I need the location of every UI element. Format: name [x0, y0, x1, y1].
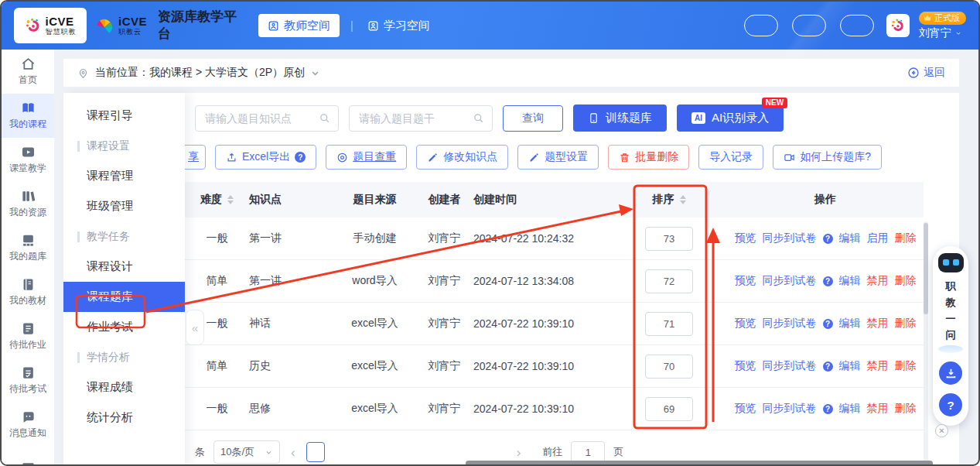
sort-icon[interactable] [680, 195, 686, 204]
col-order[interactable]: 排序 [611, 193, 727, 207]
help-button[interactable]: ? [939, 393, 962, 416]
toggle-link[interactable]: 禁用 [867, 274, 889, 288]
toggle-link[interactable]: 禁用 [867, 402, 889, 416]
page-number[interactable] [427, 442, 446, 462]
stem-search-input[interactable] [357, 111, 473, 125]
delete-link[interactable]: 删除 [895, 274, 917, 288]
help-icon[interactable]: ? [823, 404, 833, 414]
header-pill[interactable] [744, 15, 778, 36]
preview-link[interactable]: 预览 [735, 274, 756, 288]
menu-item[interactable]: 课程设置 [63, 131, 185, 161]
delete-link[interactable]: 删除 [895, 359, 917, 373]
page-size-select[interactable]: 10条/页 [213, 440, 280, 464]
sidebar-item[interactable] [2, 447, 54, 464]
sidebar-item[interactable]: 消息通知 [2, 403, 54, 447]
col-difficulty[interactable]: 难度 [185, 193, 249, 207]
header-pill[interactable] [840, 15, 874, 36]
menu-item[interactable]: 学情分析 [63, 342, 185, 372]
sidebar-item[interactable]: 我的课程 [2, 94, 54, 138]
delete-link[interactable]: 删除 [895, 317, 917, 331]
order-input[interactable] [645, 355, 693, 379]
order-input[interactable] [645, 269, 693, 293]
preview-link[interactable]: 预览 [735, 402, 756, 416]
toolbar-button[interactable]: 批量删除 [608, 145, 689, 170]
preview-link[interactable]: 预览 [735, 359, 756, 373]
page-number[interactable] [457, 442, 476, 462]
chevron-down-icon[interactable] [309, 67, 321, 79]
sidebar-item[interactable]: 课堂教学 [2, 138, 54, 182]
sidebar-item[interactable]: 待批考试 [2, 358, 54, 403]
sidebar-item[interactable]: 我的教材 [2, 270, 54, 314]
mini-logo[interactable] [886, 14, 910, 37]
toggle-link[interactable]: 启用 [867, 231, 889, 245]
sidebar-item[interactable]: 待批作业 [2, 314, 54, 358]
back-button[interactable]: 返回 [907, 66, 945, 80]
order-input[interactable] [645, 397, 693, 421]
collapse-handle[interactable]: « [186, 310, 204, 345]
delete-link[interactable]: 删除 [895, 231, 917, 245]
next-page-button[interactable]: › [514, 446, 524, 459]
edit-link[interactable]: 编辑 [839, 274, 861, 288]
header-pill[interactable] [792, 15, 826, 36]
toolbar-button[interactable]: 题目查重 [326, 145, 407, 170]
page-number[interactable] [336, 442, 355, 462]
toggle-link[interactable]: 禁用 [867, 359, 889, 373]
help-icon[interactable]: ? [823, 361, 833, 372]
page-number[interactable] [306, 442, 325, 462]
toolbar-button[interactable]: Excel导出 ? [215, 145, 316, 170]
menu-item[interactable]: 作业考试 [63, 312, 185, 342]
sort-icon[interactable] [227, 195, 234, 204]
sync-to-paper-link[interactable]: 同步到试卷 [763, 317, 817, 331]
toolbar-button[interactable]: 导入记录 [698, 145, 763, 170]
assistant-widget[interactable]: 职教一问 ? [933, 246, 968, 426]
edit-link[interactable]: 编辑 [839, 231, 861, 245]
sync-to-paper-link[interactable]: 同步到试卷 [763, 274, 817, 288]
goto-page-input[interactable] [571, 441, 605, 463]
knowledge-search-input[interactable] [203, 111, 319, 125]
breadcrumb-path[interactable]: 我的课程 > 大学语文（2P）原创 [149, 66, 305, 80]
edit-link[interactable]: 编辑 [839, 317, 861, 331]
page-number[interactable] [487, 442, 506, 462]
sync-to-paper-link[interactable]: 同步到试卷 [763, 359, 817, 373]
toolbar-button[interactable]: 修改知识点 [416, 145, 508, 170]
edit-link[interactable]: 编辑 [839, 359, 861, 373]
query-button[interactable]: 查询 [503, 105, 563, 132]
menu-item[interactable]: 课程设计 [63, 252, 185, 282]
sidebar-item[interactable]: 我的资源 [2, 182, 54, 226]
delete-link[interactable]: 删除 [895, 402, 917, 416]
help-icon[interactable]: ? [823, 234, 833, 244]
train-bank-button[interactable]: 训练题库 [573, 105, 667, 132]
nav-student-space[interactable]: 学习空间 [364, 14, 433, 37]
menu-item[interactable]: 课程引导 [63, 101, 185, 131]
ai-recognize-button[interactable]: AI AI识别录入 NEW [677, 105, 784, 132]
help-icon[interactable]: ? [823, 276, 833, 286]
nav-teacher-space[interactable]: 教师空间 [258, 14, 340, 37]
menu-item[interactable]: 班级管理 [63, 191, 185, 221]
menu-item[interactable]: 统计分析 [63, 403, 185, 433]
order-input[interactable] [645, 312, 693, 336]
edit-link[interactable]: 编辑 [839, 402, 861, 416]
sync-to-paper-link[interactable]: 同步到试卷 [763, 231, 817, 245]
download-button[interactable] [939, 361, 962, 385]
menu-item[interactable]: 课程题库 [63, 282, 185, 312]
order-input[interactable] [645, 227, 693, 251]
preview-link[interactable]: 预览 [735, 317, 756, 331]
help-icon[interactable]: ? [823, 319, 833, 329]
vertical-scrollbar[interactable] [924, 221, 928, 461]
sidebar-item[interactable]: 我的题库 [2, 226, 54, 270]
menu-item[interactable]: 教学任务 [63, 221, 185, 252]
user-menu[interactable]: 刘宵宁 [919, 26, 962, 40]
toggle-link[interactable]: 禁用 [867, 317, 889, 331]
horizontal-scrollbar[interactable] [466, 461, 933, 466]
toolbar-button[interactable]: 题型设置 [517, 145, 599, 170]
menu-item[interactable]: 课程成绩 [63, 372, 185, 403]
page-number[interactable] [367, 442, 385, 462]
page-number[interactable] [397, 442, 415, 462]
close-widget-icon[interactable]: ✕ [935, 424, 948, 437]
prev-page-button[interactable]: ‹ [289, 446, 298, 459]
toolbar-button[interactable]: 如何上传题库? [773, 145, 882, 170]
sync-to-paper-link[interactable]: 同步到试卷 [763, 402, 817, 416]
menu-item[interactable]: 课程管理 [63, 161, 185, 191]
sidebar-item[interactable]: 首页 [2, 50, 54, 94]
preview-link[interactable]: 预览 [735, 231, 756, 245]
